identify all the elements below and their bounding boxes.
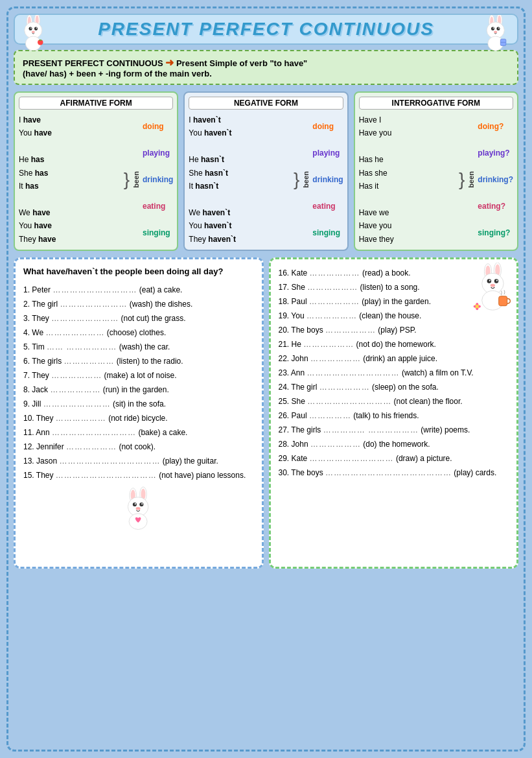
item-num: 11. — [23, 428, 34, 437]
verb-playing-int: playing? — [478, 148, 513, 158]
item-verb: (play) in the garden. — [362, 297, 431, 306]
item-dots: ……………… — [310, 268, 360, 278]
item-dots: ……………… — [310, 354, 361, 363]
item-verb: (write) poems. — [421, 425, 470, 434]
svg-point-32 — [134, 503, 135, 504]
item-verb: (listen) to a song. — [360, 283, 420, 292]
item-verb: (drink) an apple juice. — [363, 354, 437, 363]
svg-point-44 — [496, 279, 498, 281]
item-verb: (clean) the house. — [359, 311, 421, 320]
list-item: 2. The girl …………………… (wash) the dishes. — [23, 298, 254, 310]
item-subject: Kate — [292, 268, 308, 278]
bunny-top-right — [471, 263, 513, 320]
list-item: 22. John ……………… (drink) an apple juice. — [279, 353, 509, 364]
verb-drinking-int: drinking? — [478, 175, 513, 184]
item-subject: The girls — [291, 425, 321, 434]
item-verb: (not cut) the grass. — [121, 314, 186, 323]
item-subject: Jennifer — [36, 442, 64, 451]
item-subject: John — [292, 354, 308, 363]
svg-point-17 — [491, 27, 494, 30]
svg-point-49 — [476, 303, 478, 305]
interrogative-column: INTERROGATIVE FORM Have I Have you Has h… — [354, 91, 518, 251]
item-verb: (sleep) on the sofa. — [372, 383, 439, 392]
verb-playing-aff: playing — [143, 148, 173, 158]
item-dots: ………………………… — [52, 285, 137, 294]
item-verb: (bake) a cake. — [138, 428, 187, 437]
item-verb: (sit) in the sofa. — [113, 399, 166, 409]
formula-arrow: ➜ — [165, 57, 174, 68]
item-verb: (eat) a cake. — [139, 285, 183, 294]
item-dots: ………………………… — [307, 397, 391, 406]
item-dots: ……………… — [50, 385, 100, 394]
affirmative-header: AFIRMATIVE FORM — [19, 97, 173, 110]
svg-point-34 — [135, 507, 140, 510]
item-num: 5. — [23, 342, 30, 351]
verb-eating-neg: eating — [312, 202, 343, 211]
svg-point-21 — [494, 31, 497, 33]
formula-description: Present Simple of verb "to have" — [176, 58, 307, 68]
item-subject: Ann — [36, 428, 49, 437]
item-dots: ……………… — [309, 297, 360, 306]
exercise-right-panel: 16. Kate ……………… (read) a book. 17. She …… — [269, 257, 519, 569]
list-item: 24. The girl ……………… (sleep) on the sofa. — [279, 381, 509, 393]
interrogative-been: been — [467, 171, 475, 188]
list-item: 7. They ……………… (make) a lot of noise. — [23, 370, 254, 381]
item-dots: ……………… — [303, 340, 354, 349]
item-dots: ……………… — [310, 440, 361, 449]
item-dots: ………………………… — [52, 428, 136, 437]
svg-point-6 — [34, 27, 38, 30]
item-num: 4. — [23, 328, 30, 337]
negative-been: been — [302, 171, 310, 188]
header: PRESENT PERFECT CONTINUOUS — [14, 14, 518, 45]
page-title: PRESENT PERFECT CONTINUOUS — [98, 19, 434, 40]
verb-doing-int: doing? — [478, 122, 513, 131]
svg-point-51 — [474, 305, 476, 308]
formula-box: PRESENT PERFECT CONTINUOUS ➜ Present Sim… — [14, 50, 518, 85]
list-item: 4. We ………………… (choose) clothes. — [23, 327, 254, 338]
formula-label: PRESENT PERFECT CONTINUOUS — [23, 58, 163, 68]
item-num: 16. — [279, 268, 290, 278]
item-dots: …………………………… — [307, 368, 400, 377]
negative-brace: } — [294, 113, 299, 246]
item-verb: (read) a book. — [362, 268, 411, 278]
item-num: 1. — [23, 285, 30, 294]
list-item: 13. Jason ……………………………… (play) the guitar… — [23, 455, 254, 467]
item-dots: ………………… — [46, 328, 105, 337]
item-subject: The girl — [291, 383, 317, 392]
verb-doing-neg: doing — [312, 122, 343, 131]
item-num: 20. — [279, 326, 290, 335]
verb-eating-aff: eating — [143, 202, 173, 211]
item-subject: The girls — [32, 357, 62, 366]
item-dots: ……………………………… — [56, 471, 157, 480]
list-item: 30. The boys ……………………………………… (play) card… — [279, 467, 509, 479]
item-num: 12. — [23, 442, 34, 451]
item-num: 8. — [23, 385, 30, 394]
item-verb: (play) PSP. — [378, 326, 416, 335]
item-dots: ……………… — [306, 311, 357, 320]
item-verb: (draw) a picture. — [396, 454, 452, 463]
negative-header: NEGATIVE FORM — [189, 97, 343, 110]
item-verb: (talk) to his friends. — [353, 411, 419, 420]
list-item: 15. They ……………………………… (not have) piano l… — [23, 469, 254, 481]
svg-point-42 — [494, 279, 499, 283]
negative-column: NEGATIVE FORM I haven`t You haven`t He h… — [183, 91, 348, 251]
item-dots: …… ……………… — [47, 342, 117, 351]
exercise-left-panel: What have/haven`t the people been doing … — [14, 257, 264, 569]
main-page: PRESENT PERFECT CONTINUOUS — [6, 6, 526, 752]
affirmative-been: been — [132, 171, 140, 188]
item-dots: …………………… — [51, 314, 119, 323]
verb-doing-aff: doing — [143, 122, 173, 131]
item-dots: ……………… — [319, 383, 370, 392]
bunny-right-decoration — [475, 15, 514, 54]
svg-point-4 — [25, 22, 42, 38]
interrogative-pronouns: Have I Have you Has he Has she Has it Ha… — [359, 113, 456, 246]
item-dots: …………… ……………… — [323, 425, 419, 434]
list-item: 6. The girls ……………… (listen) to the radi… — [23, 355, 254, 367]
item-verb: (run) in the garden. — [103, 385, 169, 394]
verb-drinking-neg: drinking — [312, 175, 343, 184]
list-item: 5. Tim …… ……………… (wash) the car. — [23, 341, 254, 353]
affirmative-body: I have You have He has She has It has We… — [19, 113, 173, 246]
list-item: 29. Kate ………………………… (draw) a picture. — [279, 453, 509, 464]
item-subject: The girl — [32, 300, 58, 309]
item-verb: (watch) a film on T.V. — [402, 368, 474, 377]
